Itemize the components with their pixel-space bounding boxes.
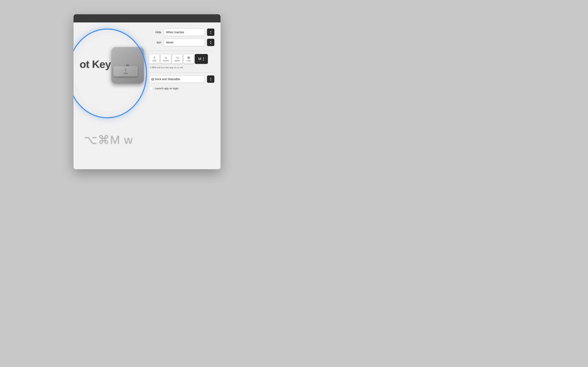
hide-row: Hide When Inactive ▲ ▼ bbox=[149, 29, 214, 36]
hide-value: When Inactive bbox=[166, 31, 184, 34]
cmd-symbol-cap: ⌘ bbox=[187, 56, 190, 59]
launch-checkbox[interactable] bbox=[149, 86, 153, 90]
shift-label-cap: shift bbox=[153, 59, 156, 62]
appear-stepper[interactable]: ▲ ▼ bbox=[207, 75, 214, 83]
keyboard-key-large: sh bbox=[111, 47, 144, 83]
divider-1 bbox=[149, 50, 214, 51]
shift-key-visual: ⇧ shift bbox=[113, 66, 138, 76]
hotkey-bg-text: ⌥⌘M w bbox=[84, 133, 133, 147]
launch-row: Launch app on login bbox=[149, 86, 214, 90]
hide-label: Hide bbox=[149, 31, 161, 34]
option-label: tion bbox=[149, 41, 161, 44]
stepper-up3: ▲ bbox=[210, 77, 212, 79]
control-symbol-cap: ∧ bbox=[165, 56, 167, 59]
hint-text: ⌥⌘M will turn the app on or off. bbox=[149, 66, 214, 69]
titlebar bbox=[73, 14, 221, 22]
stepper-down3: ▼ bbox=[210, 79, 212, 81]
stepper-up2: ▲ bbox=[210, 41, 212, 42]
window-content: sh ⇧ shift ot Key ⌥⌘M w Hide When Inacti… bbox=[73, 22, 221, 169]
right-panel: Hide When Inactive ▲ ▼ tion bbox=[145, 22, 221, 169]
hide-stepper[interactable]: ▲ ▼ bbox=[207, 29, 214, 36]
left-panel: sh ⇧ shift ot Key ⌥⌘M w bbox=[73, 22, 149, 169]
key-option[interactable]: ⌥ option bbox=[172, 54, 182, 64]
appear-value: Dock and StatusBar bbox=[155, 77, 180, 81]
divider-2 bbox=[149, 72, 214, 73]
appear-select-inner: ⊟ Dock and StatusBar bbox=[151, 77, 180, 81]
hide-select-wrapper: When Inactive bbox=[164, 29, 205, 36]
stepper-down2: ▼ bbox=[210, 43, 212, 44]
option-stepper[interactable]: ▲ ▼ bbox=[207, 39, 214, 46]
option-select-wrapper: Never bbox=[164, 39, 205, 46]
hide-select[interactable]: When Inactive bbox=[164, 29, 205, 36]
key-cmd[interactable]: ⌘ cmd bbox=[183, 54, 194, 64]
appear-select-wrapper: ⊟ Dock and StatusBar bbox=[149, 75, 205, 83]
key-shift[interactable]: ⇧ shift bbox=[149, 54, 160, 64]
hotkey-partial-label: ot Key bbox=[80, 58, 111, 70]
letter-stepper-up: ▲ bbox=[203, 57, 204, 59]
hide-stepper-arrows: ▲ ▼ bbox=[210, 30, 212, 34]
key-letter-text: M bbox=[198, 57, 201, 61]
launch-label: Launch app on login bbox=[155, 87, 179, 90]
option-label-cap: option bbox=[174, 59, 180, 62]
control-label-cap: control bbox=[163, 59, 169, 62]
letter-stepper-down: ▼ bbox=[203, 59, 204, 61]
key-letter-cap[interactable]: M ▲ ▼ bbox=[195, 54, 208, 64]
shift-symbol-cap: ⇧ bbox=[153, 56, 156, 59]
option-stepper-arrows: ▲ ▼ bbox=[210, 41, 212, 44]
appear-stepper-arrows: ▲ ▼ bbox=[210, 77, 212, 81]
shift-symbol: ⇧ bbox=[124, 68, 127, 72]
key-combo-row: ⇧ shift ∧ control ⌥ option ⌘ cmd bbox=[149, 54, 214, 64]
stepper-up: ▲ bbox=[210, 30, 212, 32]
stepper-down: ▼ bbox=[210, 33, 212, 34]
dock-icon: ⊟ bbox=[151, 77, 154, 81]
option-symbol-cap: ⌥ bbox=[176, 56, 179, 59]
main-window: sh ⇧ shift ot Key ⌥⌘M w Hide When Inacti… bbox=[73, 14, 221, 169]
option-row: tion Never ▲ ▼ bbox=[149, 39, 214, 46]
option-value: Never bbox=[166, 41, 173, 44]
option-select[interactable]: Never bbox=[164, 39, 205, 46]
appear-select[interactable]: ⊟ Dock and StatusBar bbox=[149, 75, 205, 83]
appear-row: ⊟ Dock and StatusBar ▲ ▼ bbox=[149, 75, 214, 83]
cmd-label-cap: cmd bbox=[187, 59, 191, 62]
shift-label-visual: shift bbox=[123, 72, 128, 75]
key-control[interactable]: ∧ control bbox=[160, 54, 171, 64]
